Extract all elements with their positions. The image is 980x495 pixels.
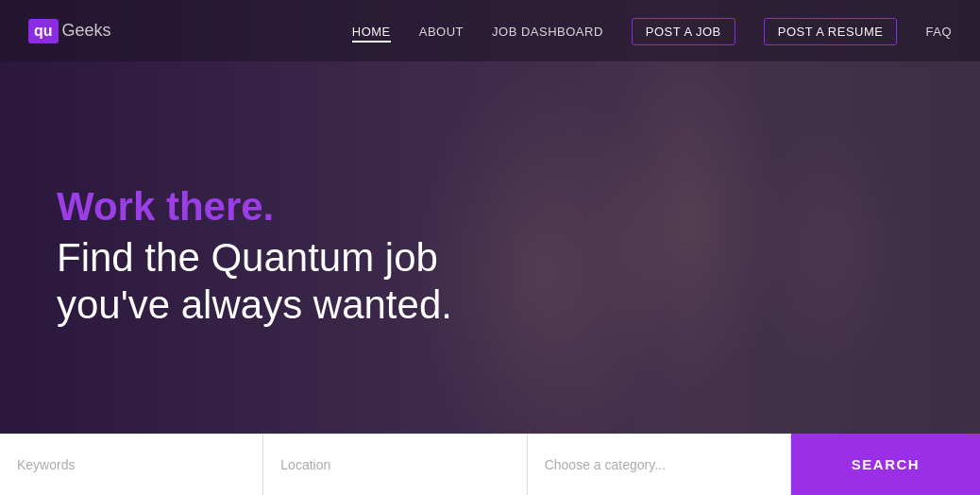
nav-link-about[interactable]: ABOUT	[419, 25, 464, 39]
logo[interactable]: qu Geeks	[28, 19, 111, 43]
nav-link-post-job[interactable]: POST A JOB	[632, 18, 735, 45]
nav-link-post-resume[interactable]: POST A RESUME	[764, 18, 898, 45]
nav-link-home[interactable]: HOME	[352, 25, 391, 43]
nav-item-home[interactable]: HOME	[352, 23, 391, 40]
navbar: qu Geeks HOME ABOUT JOB DASHBOARD POST A…	[0, 0, 980, 61]
hero-section: qu Geeks HOME ABOUT JOB DASHBOARD POST A…	[0, 0, 980, 495]
nav-item-job-dashboard[interactable]: JOB DASHBOARD	[492, 23, 603, 40]
nav-item-faq[interactable]: FAQ	[925, 23, 952, 40]
category-input[interactable]	[528, 434, 791, 495]
hero-tagline: Work there.	[57, 185, 923, 229]
hero-subtitle-line2: you've always wanted.	[57, 282, 452, 327]
nav-item-post-resume[interactable]: POST A RESUME	[764, 23, 898, 40]
search-bar: SEARCH	[0, 434, 980, 495]
location-input[interactable]	[263, 434, 527, 495]
logo-box: qu	[28, 19, 59, 43]
nav-links: HOME ABOUT JOB DASHBOARD POST A JOB POST…	[352, 23, 952, 40]
keywords-input[interactable]	[0, 434, 263, 495]
nav-item-about[interactable]: ABOUT	[419, 23, 464, 40]
logo-text: Geeks	[62, 21, 111, 41]
nav-item-post-job[interactable]: POST A JOB	[632, 23, 735, 40]
search-button[interactable]: SEARCH	[791, 434, 980, 495]
hero-subtitle-line1: Find the Quantum job	[57, 235, 438, 280]
nav-link-job-dashboard[interactable]: JOB DASHBOARD	[492, 25, 603, 39]
hero-subtitle: Find the Quantum job you've always wante…	[57, 234, 923, 330]
hero-content: Work there. Find the Quantum job you've …	[0, 185, 980, 330]
nav-link-faq[interactable]: FAQ	[925, 25, 952, 39]
